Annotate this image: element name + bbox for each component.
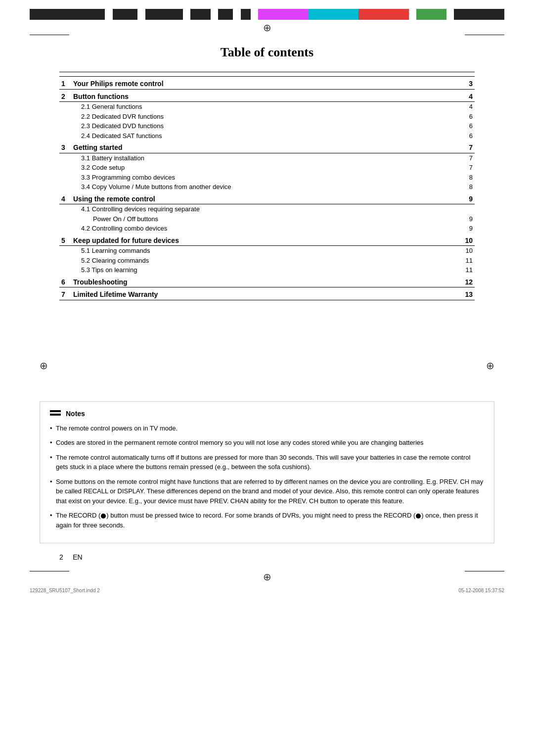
- toc-row-num: [59, 256, 71, 266]
- toc-row: 2.3 Dedicated DVD functions6: [59, 121, 475, 131]
- color-bar: [30, 9, 504, 20]
- toc-row-page: 12: [460, 275, 475, 287]
- border-line-right: [465, 35, 504, 35]
- toc-row-page: 8: [460, 182, 475, 192]
- crosshair-top: ⊕: [263, 22, 271, 34]
- color-seg-magenta: [258, 9, 309, 20]
- toc-row-title: 2.4 Dedicated SAT functions: [71, 131, 460, 141]
- color-seg-green: [416, 9, 446, 20]
- toc-row-title: Limited Lifetime Warranty: [71, 287, 460, 300]
- color-seg-3: [145, 9, 183, 20]
- color-seg-6: [241, 9, 251, 20]
- toc-row-num: [59, 131, 71, 141]
- toc-row-page: 13: [460, 287, 475, 300]
- notes-box: Notes The remote control powers on in TV…: [40, 401, 494, 544]
- color-seg-cyan: [309, 9, 359, 20]
- toc-row-page: 11: [460, 265, 475, 275]
- toc-row-num: [59, 246, 71, 256]
- main-content: Table of contents 1Your Philips remote c…: [0, 35, 534, 320]
- notes-header: Notes: [50, 410, 484, 418]
- notes-section: Notes The remote control powers on in TV…: [0, 401, 534, 544]
- toc-row: 6Troubleshooting12: [59, 275, 475, 287]
- toc-row-num: [59, 214, 71, 224]
- toc-row-title: Power On / Off buttons: [71, 214, 460, 224]
- file-info-right: 05-12-2008 15:37:52: [458, 588, 504, 593]
- toc-row-num: [59, 224, 71, 234]
- toc-row-title: 2.2 Dedicated DVR functions: [71, 112, 460, 122]
- color-seg-gap1: [105, 9, 112, 20]
- toc-row: 3.4 Copy Volume / Mute buttons from anot…: [59, 182, 475, 192]
- notes-list: The remote control powers on in TV mode.…: [50, 424, 484, 530]
- notes-icon: [50, 410, 61, 417]
- page-lang: EN: [73, 553, 82, 561]
- toc-row-num: 6: [59, 275, 71, 287]
- toc-row-num: [59, 163, 71, 173]
- color-seg-gap7: [409, 9, 416, 20]
- toc-row-num: 2: [59, 89, 71, 102]
- color-bar-section: ⊕: [0, 9, 534, 34]
- toc-header-row: [59, 72, 475, 77]
- toc-row-num: [59, 121, 71, 131]
- crosshair-mid-left: ⊕: [40, 360, 48, 372]
- toc-row-title: 3.3 Programming combo devices: [71, 173, 460, 183]
- toc-row-num: 5: [59, 234, 71, 246]
- toc-row-title: 3.1 Battery installation: [71, 153, 460, 163]
- toc-row-page: 4: [460, 102, 475, 112]
- toc-row-page: 7: [460, 141, 475, 153]
- toc-row-page: 3: [460, 77, 475, 90]
- toc-row-num: [59, 182, 71, 192]
- notes-list-item: The remote control automatically turns o…: [50, 453, 484, 472]
- toc-row: 5.2 Clearing commands11: [59, 256, 475, 266]
- notes-icon-line2: [50, 414, 61, 416]
- toc-row: 4.2 Controlling combo devices9: [59, 224, 475, 234]
- toc-row-title: 5.3 Tips on learning: [71, 265, 460, 275]
- notes-list-item: The RECORD () button must be pressed twi…: [50, 511, 484, 530]
- record-circle-icon: [416, 514, 421, 519]
- toc-row-num: 4: [59, 192, 71, 204]
- crosshair-bottom: ⊕: [263, 571, 271, 583]
- color-seg-gap8: [446, 9, 454, 20]
- toc-row-num: [59, 265, 71, 275]
- toc-row-title: 4.2 Controlling combo devices: [71, 224, 460, 234]
- toc-row-title: 4.1 Controlling devices requiring separa…: [71, 204, 460, 214]
- toc-row: 2.1 General functions4: [59, 102, 475, 112]
- notes-list-item: Codes are stored in the permanent remote…: [50, 438, 484, 448]
- color-seg-gap6: [251, 9, 258, 20]
- color-seg-red: [358, 9, 409, 20]
- toc-row-title: 2.1 General functions: [71, 102, 460, 112]
- page-num-value: 2: [59, 553, 63, 561]
- color-seg-gap3: [183, 9, 190, 20]
- toc-row-page: 6: [460, 121, 475, 131]
- toc-row-page: 10: [460, 246, 475, 256]
- notes-label: Notes: [66, 410, 85, 418]
- page-title: Table of contents: [59, 45, 475, 60]
- toc-row: 7Limited Lifetime Warranty13: [59, 287, 475, 300]
- toc-col-title: [71, 72, 460, 77]
- file-info-left: 129228_SRU5107_Short.indd 2: [30, 588, 100, 593]
- toc-row: 4Using the remote control9: [59, 192, 475, 204]
- toc-row-title: Keep updated for future devices: [71, 234, 460, 246]
- toc-row-page: 7: [460, 163, 475, 173]
- toc-row-title: 5.2 Clearing commands: [71, 256, 460, 266]
- file-info: 129228_SRU5107_Short.indd 2 05-12-2008 1…: [0, 585, 534, 596]
- crosshair-mid-right: ⊕: [486, 360, 494, 372]
- notes-list-item: The remote control powers on in TV mode.: [50, 424, 484, 433]
- color-seg-gap2: [137, 9, 145, 20]
- toc-row-page: 10: [460, 234, 475, 246]
- bottom-border-left: [30, 571, 69, 571]
- toc-row-title: Your Philips remote control: [71, 77, 460, 90]
- notes-list-item: Some buttons on the remote control might…: [50, 477, 484, 506]
- toc-row: 3.3 Programming combo devices8: [59, 173, 475, 183]
- toc-row-title: 3.4 Copy Volume / Mute buttons from anot…: [71, 182, 460, 192]
- toc-row-page: 6: [460, 112, 475, 122]
- border-line-left: [30, 35, 69, 35]
- toc-row: 2Button functions4: [59, 89, 475, 102]
- toc-row-page: [460, 204, 475, 214]
- page-footer: 2 EN: [0, 548, 534, 566]
- toc-row-title: 5.1 Learning commands: [71, 246, 460, 256]
- toc-row-num: [59, 173, 71, 183]
- toc-row: 5.1 Learning commands10: [59, 246, 475, 256]
- toc-row-title: 2.3 Dedicated DVD functions: [71, 121, 460, 131]
- toc-row: 5Keep updated for future devices10: [59, 234, 475, 246]
- toc-row-page: 4: [460, 89, 475, 102]
